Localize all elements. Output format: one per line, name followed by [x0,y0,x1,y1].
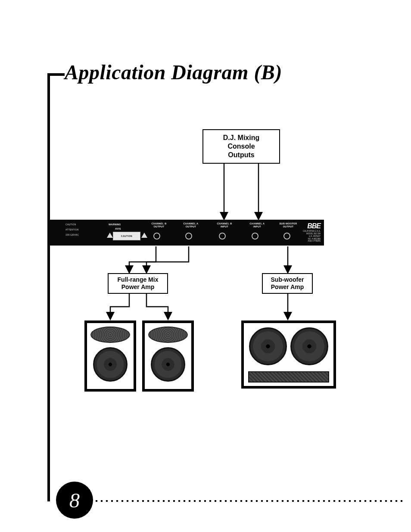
channel-a-input-jack [252,233,258,240]
rack-warning-label: WARNING [109,223,121,226]
speaker-horn-icon [90,327,130,343]
channel-b-output-jack [153,233,160,240]
rack-left-warnings: CAUTION ATTENTION 100-120VAC [65,223,79,236]
subwoofer-amp-label: Sub-woofer Power Amp [271,276,304,291]
title-rule-stem [47,73,65,76]
speaker-woofer-icon [151,347,185,382]
subwoofer-amp-box: Sub-woofer Power Amp [262,273,313,294]
subwoofer-driver-icon [290,327,328,365]
rack-unit: CAUTION ATTENTION 100-120VAC WARNING AVI… [48,220,324,246]
warning-triangle-icon [141,233,147,238]
dotted-rule [89,499,403,503]
speaker-horn-icon [148,327,188,343]
jack-label: SUB-WOOFER OUTPUT [277,222,300,228]
jack-label: CHANNEL A INPUT [246,222,268,228]
fullrange-amp-box: Full-range Mix Power Amp [108,273,168,294]
jack-label: CHANNEL A OUTPUT [180,222,202,228]
mixing-console-label: D.J. Mixing Console Outputs [223,134,259,159]
subwoofer-output-jack [283,233,290,240]
subwoofer-cabinet [241,320,336,389]
speaker-woofer-icon [93,347,128,382]
rack-avis-label: AVIS [115,227,121,230]
page-title: Application Diagram (B) [65,60,282,84]
rack-brand-sub: CALIFORNIA U.S.A. MODEL 362 SW U.S. PATE… [303,230,321,243]
warning-triangle-icon [107,233,113,238]
page-number-badge: 8 [56,482,93,519]
rack-brand-logo: BBE [307,222,321,230]
subwoofer-port-icon [248,371,329,383]
channel-a-output-jack [185,233,192,240]
jack-label: CHANNEL B OUTPUT [148,222,170,228]
page: Application Diagram (B) D.J. Mixing Cons… [0,0,411,532]
subwoofer-driver-icon [249,327,287,365]
page-number: 8 [69,488,80,512]
mixing-console-box: D.J. Mixing Console Outputs [202,129,280,164]
fullrange-speaker-right [142,320,194,392]
left-margin-rule [47,73,50,501]
jack-label: CHANNEL B INPUT [214,222,235,228]
fullrange-speaker-left [84,320,136,392]
fullrange-amp-label: Full-range Mix Power Amp [118,276,159,291]
caution-plate: CAUTION [113,232,140,240]
channel-b-input-jack [219,233,226,240]
